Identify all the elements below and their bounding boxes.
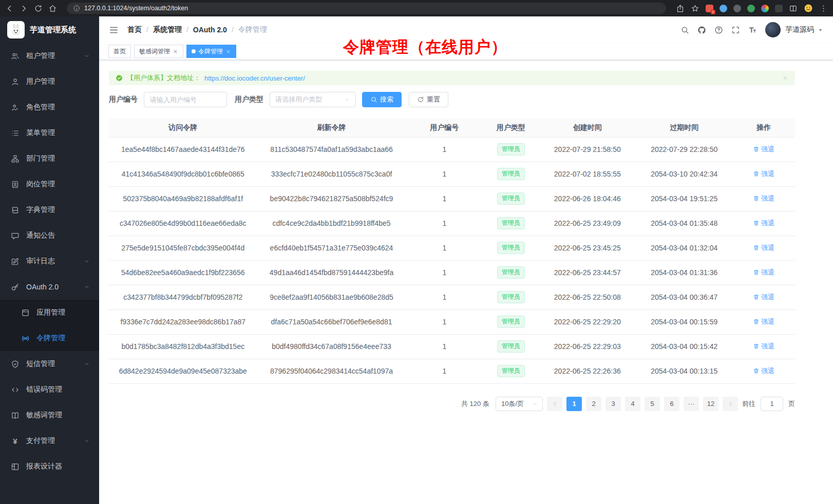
tab-close-icon[interactable] [173, 49, 178, 54]
browser-reload-icon[interactable] [34, 4, 43, 13]
breadcrumb-separator: / [186, 26, 188, 34]
font-size-icon[interactable] [748, 26, 757, 34]
force-logout-button[interactable]: 强退 [753, 243, 774, 253]
address-bar[interactable]: 127.0.0.1:1024/system/oauth2/token [67, 3, 666, 14]
page-button-6[interactable]: 6 [664, 397, 679, 411]
sidebar-item-tenant[interactable]: 租户管理 [0, 43, 99, 69]
user-name[interactable]: 芋道源码 [785, 25, 814, 34]
force-logout-button[interactable]: 强退 [753, 293, 774, 302]
user-type-label: 用户类型 [235, 95, 263, 104]
user-type-cell: 管理员 [483, 309, 539, 334]
app-logo[interactable]: 芋道管理系统 [0, 16, 99, 43]
help-icon[interactable] [714, 26, 723, 34]
sidebar-item-sms[interactable]: 短信管理 [0, 351, 99, 377]
previous-page-button[interactable] [547, 397, 562, 411]
breadcrumb-item[interactable]: 系统管理 [153, 25, 182, 34]
refresh-token-cell: cdfc4ce9c2da4bb1bdf21b9918ff4be5 [257, 211, 406, 236]
tab-sensitive-word[interactable]: 敏感词管理 [134, 45, 183, 58]
force-logout-button[interactable]: 强退 [753, 145, 774, 154]
user-id-cell: 1 [406, 186, 483, 211]
tab-token[interactable]: 令牌管理 [186, 45, 236, 58]
bookmark-star-icon[interactable] [691, 4, 699, 13]
user-menu-caret-icon[interactable] [818, 27, 823, 33]
browser-back-icon[interactable] [5, 4, 14, 13]
force-logout-button[interactable]: 强退 [753, 342, 774, 351]
browser-profile-avatar[interactable] [804, 4, 813, 13]
tab-close-icon[interactable] [225, 49, 231, 54]
actions-cell: 强退 [732, 211, 795, 236]
reset-button[interactable]: 重置 [409, 92, 448, 107]
force-logout-button[interactable]: 强退 [753, 169, 774, 179]
page-ellipsis-button[interactable]: ··· [684, 397, 699, 411]
page-button-5[interactable]: 5 [645, 397, 660, 411]
extension-icon-6[interactable] [775, 5, 783, 12]
page-button-4[interactable]: 4 [625, 397, 640, 411]
fullscreen-icon[interactable] [731, 26, 740, 34]
access-token-cell: 54d6be82ee5a460a9aedc1f9bf223656 [109, 260, 257, 285]
annotation-overlay: 令牌管理（在线用户） [343, 36, 507, 58]
reset-button-label: 重置 [427, 95, 440, 104]
user-id-cell: 1 [406, 162, 483, 186]
sidebar-item-oauth2-app[interactable]: 应用管理 [0, 300, 99, 325]
force-logout-button[interactable]: 强退 [753, 219, 774, 228]
browser-menu-dots-icon[interactable] [819, 4, 828, 13]
force-logout-button[interactable]: 强退 [753, 366, 774, 376]
browser-forward-icon[interactable] [20, 4, 28, 13]
sidebar-item-error-code[interactable]: 错误码管理 [0, 377, 99, 402]
tab-home[interactable]: 首页 [108, 45, 131, 58]
alert-doc-link[interactable]: https://doc.iocoder.cn/user-center/ [204, 74, 305, 82]
tab-split-icon[interactable] [789, 4, 798, 13]
browser-home-icon[interactable] [48, 4, 57, 13]
sidebar-item-menu[interactable]: 菜单管理 [0, 120, 99, 146]
sidebar-item-role[interactable]: 角色管理 [0, 94, 99, 120]
extension-icon-1[interactable]: 0 [706, 5, 713, 12]
user-type-badge: 管理员 [497, 217, 525, 229]
sidebar-item-oauth2[interactable]: OAuth 2.0 [0, 274, 99, 300]
github-icon[interactable] [697, 26, 706, 34]
page-button-12[interactable]: 12 [703, 397, 718, 411]
sidebar-item-pay[interactable]: ¥支付管理 [0, 428, 99, 454]
user-type-badge: 管理员 [497, 340, 525, 353]
breadcrumb-item[interactable]: 首页 [127, 25, 142, 34]
breadcrumb: 首页/系统管理/OAuth 2.0/令牌管理 [127, 25, 267, 34]
extension-icon-2[interactable] [720, 5, 727, 12]
user-id-input[interactable] [144, 92, 227, 107]
extension-icon-5[interactable] [761, 5, 769, 12]
breadcrumb-item[interactable]: OAuth 2.0 [193, 26, 227, 34]
goto-page-input[interactable] [761, 397, 783, 411]
sidebar-item-audit-log[interactable]: 审计日志 [0, 248, 99, 274]
sidebar-item-post[interactable]: 岗位管理 [0, 171, 99, 197]
page-button-3[interactable]: 3 [605, 397, 621, 411]
sidebar-item-dict[interactable]: 字典管理 [0, 197, 99, 223]
search-button[interactable]: 搜索 [362, 92, 402, 107]
access-token-cell: 502375b8040a469a9b82188afdf6af1f [109, 186, 257, 211]
sidebar-item-dept[interactable]: 部门管理 [0, 146, 99, 171]
create-time-cell: 2022-06-25 23:44:57 [539, 260, 636, 285]
sidebar-item-report-designer[interactable]: 报表设计器 [0, 454, 99, 479]
force-logout-button[interactable]: 强退 [753, 317, 774, 326]
search-icon[interactable] [680, 26, 689, 34]
site-info-icon[interactable] [73, 5, 80, 12]
alert-close-icon[interactable] [782, 75, 788, 81]
user-id-cell: 1 [406, 236, 483, 260]
force-logout-button[interactable]: 强退 [753, 194, 774, 203]
next-page-button[interactable] [723, 397, 738, 411]
page-size-select[interactable]: 10条/页 [496, 397, 543, 411]
extension-icon-4[interactable] [747, 5, 755, 12]
page-button-2[interactable]: 2 [586, 397, 601, 411]
access-token-cell: 6d842e2924594de9a09e45e087323abe [109, 359, 257, 383]
hamburger-icon[interactable] [109, 25, 119, 35]
column-header: 用户编号 [406, 119, 483, 137]
sidebar-item-notice[interactable]: 通知公告 [0, 223, 99, 248]
user-id-cell: 1 [406, 334, 483, 359]
user-avatar[interactable] [765, 22, 781, 37]
sidebar-item-user[interactable]: 用户管理 [0, 69, 99, 94]
user-type-select[interactable]: 请选择用户类型 [270, 92, 356, 107]
force-logout-button[interactable]: 强退 [753, 268, 774, 277]
share-icon[interactable] [676, 4, 685, 13]
refresh-token-cell: 9ce8ef2aa9f14056b831ae9b608e28d5 [257, 285, 406, 309]
sidebar-item-oauth2-token[interactable]: 令牌管理 [0, 325, 99, 351]
sidebar-item-sensitive-word[interactable]: 敏感词管理 [0, 402, 99, 428]
page-button-1[interactable]: 1 [566, 397, 582, 411]
extension-icon-3[interactable] [733, 5, 741, 12]
